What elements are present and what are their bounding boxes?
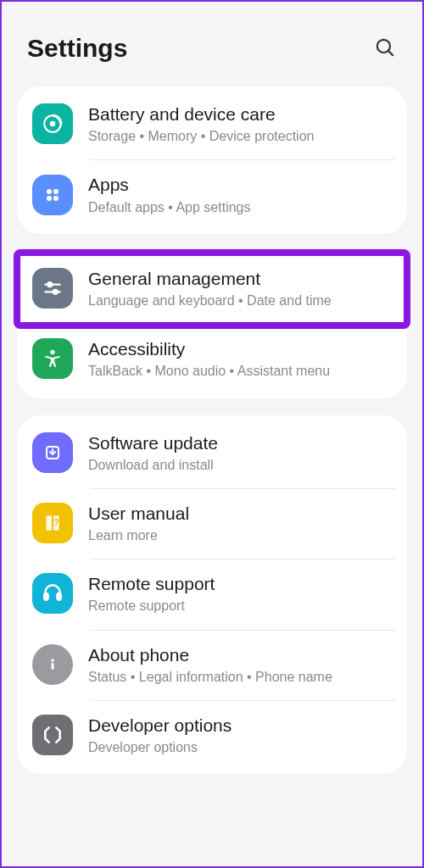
- svg-rect-15: [44, 593, 47, 600]
- settings-item-title: Remote support: [88, 573, 392, 594]
- page-title: Settings: [27, 34, 127, 63]
- settings-item-text: About phone Status • Legal information •…: [88, 644, 392, 685]
- svg-point-7: [53, 196, 59, 201]
- battery-care-icon: [32, 103, 73, 144]
- settings-item-title: General management: [88, 268, 392, 289]
- settings-item-title: Battery and device care: [88, 103, 392, 125]
- header: Settings: [12, 17, 412, 86]
- settings-item-subtitle: Download and install: [88, 457, 392, 473]
- search-button[interactable]: [373, 36, 397, 60]
- settings-item-subtitle: Storage • Memory • Device protection: [88, 128, 392, 144]
- apps-icon: [32, 175, 73, 215]
- settings-item-text: Accessibility TalkBack • Mono audio • As…: [88, 338, 392, 379]
- about-phone-icon: [32, 644, 73, 685]
- settings-item-subtitle: Remote support: [88, 598, 392, 614]
- settings-item-text: Developer options Developer options: [88, 715, 392, 755]
- settings-item-apps[interactable]: Apps Default apps • App settings: [17, 160, 407, 230]
- settings-item-subtitle: Default apps • App settings: [88, 199, 392, 215]
- settings-screen: Settings Battery and device care Storage…: [2, 2, 422, 774]
- settings-item-title: Accessibility: [88, 338, 392, 359]
- settings-item-remote-support[interactable]: Remote support Remote support: [17, 559, 407, 629]
- settings-item-user-manual[interactable]: ? User manual Learn more: [17, 489, 407, 559]
- settings-item-subtitle: Language and keyboard • Date and time: [88, 292, 392, 309]
- settings-item-title: User manual: [88, 503, 392, 524]
- settings-item-subtitle: Developer options: [88, 739, 392, 755]
- remote-support-icon: [32, 573, 73, 614]
- settings-item-software-update[interactable]: Software update Download and install: [17, 419, 407, 488]
- settings-item-text: Remote support Remote support: [88, 573, 392, 614]
- svg-point-3: [50, 121, 56, 127]
- svg-point-5: [53, 189, 59, 194]
- settings-item-developer-options[interactable]: Developer options Developer options: [17, 701, 407, 771]
- svg-point-11: [53, 290, 58, 294]
- svg-point-0: [377, 40, 390, 53]
- settings-item-subtitle: Learn more: [88, 527, 392, 543]
- settings-item-text: Battery and device care Storage • Memory…: [88, 103, 392, 144]
- svg-rect-16: [57, 593, 60, 600]
- developer-options-icon: [32, 715, 73, 755]
- settings-item-text: User manual Learn more: [88, 503, 392, 543]
- settings-group: Software update Download and install ? U…: [17, 415, 407, 775]
- settings-item-title: Software update: [88, 432, 392, 453]
- settings-group: General management Language and keyboard…: [17, 251, 407, 398]
- svg-text:?: ?: [53, 517, 59, 527]
- svg-line-1: [388, 51, 393, 56]
- settings-item-title: About phone: [88, 644, 392, 665]
- settings-item-title: Developer options: [88, 715, 392, 736]
- settings-item-title: Apps: [88, 174, 392, 195]
- settings-item-text: General management Language and keyboard…: [88, 268, 392, 309]
- svg-point-17: [51, 659, 54, 662]
- settings-item-subtitle: Status • Legal information • Phone name: [88, 669, 392, 685]
- general-management-icon: [32, 268, 73, 309]
- settings-item-subtitle: TalkBack • Mono audio • Assistant menu: [88, 363, 392, 379]
- accessibility-icon: [32, 338, 73, 379]
- settings-item-text: Software update Download and install: [88, 432, 392, 473]
- settings-group: Battery and device care Storage • Memory…: [17, 86, 407, 234]
- settings-item-accessibility[interactable]: Accessibility TalkBack • Mono audio • As…: [17, 325, 407, 394]
- highlight-wrap: General management Language and keyboard…: [17, 254, 407, 324]
- search-icon: [374, 36, 396, 58]
- svg-point-6: [47, 196, 52, 201]
- settings-item-text: Apps Default apps • App settings: [88, 174, 392, 214]
- svg-rect-18: [52, 663, 54, 670]
- svg-point-4: [47, 189, 52, 194]
- software-update-icon: [32, 432, 73, 473]
- settings-item-about-phone[interactable]: About phone Status • Legal information •…: [17, 631, 407, 700]
- settings-item-general-management[interactable]: General management Language and keyboard…: [17, 254, 407, 324]
- settings-item-battery-device-care[interactable]: Battery and device care Storage • Memory…: [17, 90, 407, 159]
- user-manual-icon: ?: [32, 503, 73, 543]
- svg-point-9: [47, 282, 52, 287]
- svg-point-12: [50, 350, 54, 354]
